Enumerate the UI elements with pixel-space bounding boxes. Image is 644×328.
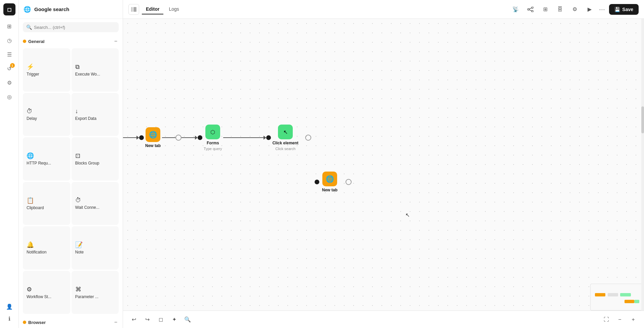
note-label: Note (75, 250, 115, 254)
fullscreen-button[interactable]: ⛶ (601, 314, 612, 325)
general-dot (23, 40, 26, 43)
nav-history-button[interactable]: ↺ 1 (3, 62, 15, 75)
redo-button[interactable]: ↪ (142, 314, 153, 325)
block-button[interactable]: ◻ (155, 314, 166, 325)
share-icon[interactable] (525, 4, 536, 15)
main-area: Editor Logs 📡 ⊞ 🗄 ⚙ ▶ ⋯ 💾 Save (123, 0, 644, 328)
browser-collapse-button[interactable]: − (113, 319, 119, 326)
block-delay[interactable]: ⏱ Delay (23, 93, 70, 136)
forms-1-label: Forms (207, 141, 219, 145)
node-new-tab-2[interactable]: 🌐 New tab (322, 172, 337, 192)
new-tab-2-icon: 🌐 (322, 172, 337, 186)
block-export-data[interactable]: ↓ Export Data (72, 93, 119, 136)
run-button[interactable]: ▶ (584, 4, 595, 15)
mini-node-4 (625, 300, 634, 303)
panel-toggle-button[interactable] (128, 4, 139, 15)
zoom-in-button[interactable]: + (628, 314, 639, 325)
search-canvas-button[interactable]: 🔍 (182, 314, 193, 325)
nav-book-button[interactable]: ☰ (3, 48, 15, 60)
execute-workflow-icon: ⧉ (75, 63, 115, 71)
block-http-request[interactable]: 🌐 HTTP Requ... (23, 137, 70, 181)
line-3 (182, 137, 195, 138)
delay-label: Delay (27, 116, 67, 121)
monitor-icon[interactable]: 📡 (510, 4, 521, 15)
top-bar-right: 📡 ⊞ 🗄 ⚙ ▶ ⋯ 💾 Save (510, 4, 639, 15)
table-icon[interactable]: ⊞ (540, 4, 551, 15)
block-workflow-state[interactable]: ⚙ Workflow St... (23, 271, 70, 314)
blocks-grid: ⚡ Trigger ⧉ Execute Wo... ⏱ Delay ↓ Expo… (19, 47, 123, 315)
workflow-title: Google search (34, 6, 69, 12)
mini-map (590, 284, 644, 311)
block-parameter[interactable]: ⌘ Parameter ... (72, 271, 119, 314)
icon-rail: ◻ ⊞ ◷ ☰ ↺ 1 ⚙ ◎ 👤 ℹ (0, 0, 19, 328)
blocks-panel: 🌐 Google search 🔍 General − ⚡ Trigger ⧉ … (19, 0, 123, 328)
tab-editor[interactable]: Editor (142, 4, 163, 14)
nav-grid-button[interactable]: ⊞ (3, 20, 15, 32)
nav-settings-button[interactable]: ⚙ (3, 77, 15, 89)
mini-node-3 (620, 293, 631, 296)
save-button[interactable]: 💾 Save (609, 4, 639, 15)
node-forms-1[interactable]: ⬡ Forms Type query (204, 125, 222, 151)
mini-node-1 (595, 293, 606, 296)
zoom-out-button[interactable]: − (614, 314, 625, 325)
search-input[interactable] (34, 25, 115, 30)
dot-row2-start (315, 180, 319, 184)
block-note[interactable]: 📝 Note (72, 226, 119, 270)
wait-connection-label: Wait Conne... (75, 205, 115, 210)
svg-rect-1 (133, 7, 136, 12)
node-new-tab-1[interactable]: 🌐 New tab (145, 127, 161, 148)
line-4 (223, 137, 264, 138)
notification-icon: 🔔 (27, 241, 67, 248)
parameter-label: Parameter ... (75, 294, 115, 299)
nav-info-button[interactable]: ℹ (3, 313, 15, 325)
nav-clock-button[interactable]: ◷ (3, 34, 15, 46)
nav-location-button[interactable]: ◎ (3, 91, 15, 103)
scrollbar-thumb[interactable] (641, 106, 644, 133)
arrow-1 (136, 136, 139, 140)
block-notification[interactable]: 🔔 Notification (23, 226, 70, 270)
forms-1-sublabel: Type query (204, 147, 222, 151)
more-options-button[interactable]: ⋯ (599, 6, 605, 13)
block-blocks-group[interactable]: ⊡ Blocks Group (72, 137, 119, 181)
dot-1 (139, 135, 144, 140)
line-2 (162, 137, 175, 138)
svg-rect-0 (131, 7, 133, 12)
blocks-panel-header: 🌐 Google search (19, 0, 123, 19)
node-click-element-1[interactable]: ↖ Click element Click search (272, 125, 298, 151)
general-collapse-button[interactable]: − (113, 38, 119, 45)
workflow-state-icon: ⚙ (27, 286, 67, 293)
wait-connection-icon: ⏱ (75, 197, 115, 204)
parameter-icon: ⌘ (75, 286, 115, 293)
bottom-bar: ↩ ↪ ◻ ✦ 🔍 ⛶ − + (123, 311, 644, 328)
scrollbar-track[interactable] (641, 19, 644, 311)
blocks-group-label: Blocks Group (75, 161, 115, 166)
database-icon[interactable]: 🗄 (555, 4, 565, 15)
http-request-label: HTTP Requ... (27, 161, 67, 166)
undo-button[interactable]: ↩ (128, 314, 139, 325)
svg-point-2 (528, 8, 529, 10)
svg-point-3 (532, 7, 533, 8)
globe-icon: 🌐 (24, 6, 31, 13)
block-clipboard[interactable]: 📋 Clipboard (23, 182, 70, 225)
browser-section-header: Browser − (19, 317, 123, 328)
block-wait-connection[interactable]: ⏱ Wait Conne... (72, 182, 119, 225)
click-element-1-sublabel: Click search (275, 147, 295, 151)
trigger-label: Trigger (27, 72, 67, 77)
svg-point-4 (532, 10, 533, 12)
canvas[interactable]: 🌐 New tab ⬡ Forms Type query (123, 19, 644, 311)
svg-line-5 (529, 8, 532, 9)
tab-logs[interactable]: Logs (165, 4, 183, 14)
nav-user-button[interactable]: 👤 (3, 300, 15, 313)
magic-button[interactable]: ✦ (169, 314, 179, 325)
block-execute-workflow[interactable]: ⧉ Execute Wo... (72, 48, 119, 92)
workflow-state-label: Workflow St... (27, 294, 67, 299)
blocks-group-icon: ⊡ (75, 152, 115, 159)
block-trigger[interactable]: ⚡ Trigger (23, 48, 70, 92)
dot-3 (266, 135, 271, 140)
new-tab-1-label: New tab (145, 143, 161, 148)
search-bar[interactable]: 🔍 (23, 22, 119, 32)
mini-node-2 (608, 293, 618, 296)
tabs: Editor Logs (142, 4, 183, 14)
connector-3 (223, 135, 271, 140)
settings-icon[interactable]: ⚙ (569, 4, 580, 15)
